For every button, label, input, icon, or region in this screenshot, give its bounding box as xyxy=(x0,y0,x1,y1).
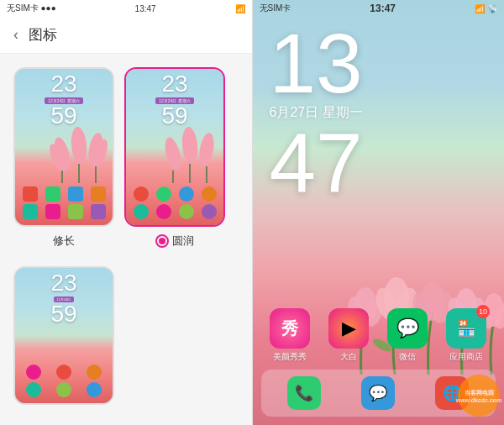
tulip-small-tall xyxy=(45,108,113,183)
app-row-2-round xyxy=(129,204,220,219)
wechat-icon[interactable]: 💬 xyxy=(387,308,428,349)
icon-option-tall[interactable]: 23 12月24日 星期六 59 xyxy=(13,67,114,256)
tulip-small-round xyxy=(156,108,223,183)
app-icon-round-4 xyxy=(202,186,217,202)
app-row-1-third xyxy=(18,365,109,380)
dock-app-video[interactable]: ▶ 大白 xyxy=(328,308,369,363)
app-icon-round-6 xyxy=(156,204,171,219)
app-icon-third-5 xyxy=(56,382,71,397)
app-icon-third-2 xyxy=(56,365,71,380)
app-row-2-tall xyxy=(18,204,109,219)
carrier-text-left: 无SIM卡 ●●● xyxy=(7,3,56,14)
phone-preview-tall[interactable]: 23 12月24日 星期六 59 xyxy=(13,67,114,227)
app-icon-third-1 xyxy=(26,365,41,380)
xiu-label: 美颜秀秀 xyxy=(273,351,307,363)
clock-minute: 47 xyxy=(253,125,505,201)
phone-preview-round[interactable]: 23 12月24日 星期六 59 xyxy=(124,67,225,227)
app-icon-round-1 xyxy=(134,186,149,202)
app-icon-third-3 xyxy=(87,365,102,380)
app-icon-tall-8 xyxy=(91,204,106,219)
store-symbol: 🏪 xyxy=(457,319,475,338)
main-clock: 13 xyxy=(253,17,505,101)
left-panel: 无SIM卡 ●●● 13:47 📶 ‹ 图标 23 12月24日 星期六 59 xyxy=(0,0,252,425)
app-icon-round-3 xyxy=(179,186,194,202)
icon-option-third[interactable]: 23 12月24日 59 xyxy=(13,266,114,412)
carrier-text-right: 无SIM卡 xyxy=(260,3,291,14)
icon-label-tall: 修长 xyxy=(53,233,75,249)
phone-apps-tall xyxy=(15,183,113,225)
phone-time-third: 23 xyxy=(50,271,76,295)
status-bar-left: 无SIM卡 ●●● 13:47 📶 xyxy=(0,0,252,17)
app-icon-third-6 xyxy=(87,382,102,397)
dock-apps-row: 秀 美颜秀秀 ▶ 大白 💬 微信 🏪 10 xyxy=(261,308,496,363)
phone-apps-third xyxy=(15,361,113,403)
dock-app-wechat[interactable]: 💬 微信 xyxy=(387,308,428,363)
app-icon-tall-7 xyxy=(68,204,83,219)
msg-symbol: 💬 xyxy=(369,384,387,402)
icon-option-round[interactable]: 23 12月24日 星期六 59 xyxy=(124,67,225,256)
wifi-icon-right: 📡 xyxy=(487,4,497,13)
time-right: 13:47 xyxy=(370,3,396,14)
app-icon-third-4 xyxy=(26,382,41,397)
page-title: 图标 xyxy=(29,25,57,45)
icon-label-round: 圆润 xyxy=(172,233,194,249)
signal-icon: 📶 xyxy=(475,4,485,13)
back-button[interactable]: ‹ xyxy=(13,26,18,44)
status-icons-right: 📶 📡 xyxy=(475,4,497,13)
store-icon[interactable]: 🏪 10 xyxy=(446,308,486,349)
app-row-2-third xyxy=(18,382,109,397)
app-icon-tall-6 xyxy=(45,204,60,219)
phone-apps-round xyxy=(126,183,223,225)
svg-point-1 xyxy=(70,126,88,164)
clock-hour: 13 xyxy=(270,25,488,101)
tray-message[interactable]: 💬 xyxy=(361,376,395,410)
watermark-text: 当客网电园www.dkcdc.com xyxy=(456,389,502,403)
phone-min-third: 59 xyxy=(50,302,76,326)
wechat-label: 微信 xyxy=(399,351,416,363)
app-icon-tall-2 xyxy=(45,186,60,202)
store-label: 应用商店 xyxy=(449,351,483,363)
app-icon-round-8 xyxy=(202,204,217,219)
carrier-left: 无SIM卡 ●●● xyxy=(7,3,56,14)
time-left: 13:47 xyxy=(135,4,156,13)
radio-circle-round xyxy=(155,234,169,248)
app-row-1-tall xyxy=(18,186,109,202)
phone-preview-third[interactable]: 23 12月24日 59 xyxy=(13,266,114,405)
xiu-icon[interactable]: 秀 xyxy=(270,308,310,349)
dock-app-store[interactable]: 🏪 10 应用商店 xyxy=(446,308,486,363)
app-icon-round-5 xyxy=(134,204,149,219)
svg-point-8 xyxy=(162,136,184,172)
tray-phone[interactable]: 📞 xyxy=(287,376,321,410)
video-icon[interactable]: ▶ xyxy=(328,308,369,349)
store-badge: 10 xyxy=(476,305,490,318)
video-label: 大白 xyxy=(340,351,357,363)
app-icon-tall-5 xyxy=(23,204,38,219)
watermark: 当客网电园www.dkcdc.com xyxy=(458,375,500,417)
battery-area-left: 📶 xyxy=(235,4,245,13)
svg-point-9 xyxy=(181,126,199,164)
status-bar-right: 无SIM卡 13:47 📶 📡 xyxy=(253,0,505,17)
app-row-1-round xyxy=(129,186,220,202)
app-icon-tall-4 xyxy=(91,186,106,202)
right-panel: 无SIM卡 13:47 📶 📡 13 6月27日 星期一 47 秀 美颜秀秀 ▶ xyxy=(253,0,505,425)
phone-symbol: 📞 xyxy=(295,384,313,402)
app-icon-tall-3 xyxy=(68,186,83,202)
app-icon-round-7 xyxy=(179,204,194,219)
video-symbol: ▶ xyxy=(342,317,356,339)
nav-bar: ‹ 图标 xyxy=(0,17,252,54)
wechat-symbol: 💬 xyxy=(396,317,419,339)
phone-time-round: 23 xyxy=(161,72,187,96)
phone-time-tall: 23 xyxy=(50,72,76,96)
icon-options-grid: 23 12月24日 星期六 59 xyxy=(0,54,252,425)
svg-point-10 xyxy=(197,132,217,167)
carrier-right: 无SIM卡 xyxy=(260,3,291,14)
app-icon-round-2 xyxy=(156,186,171,202)
app-icon-tall-1 xyxy=(23,186,38,202)
xiu-symbol: 秀 xyxy=(281,317,298,340)
phone-top-third: 23 12月24日 59 xyxy=(15,271,113,326)
dock-app-xiu[interactable]: 秀 美颜秀秀 xyxy=(270,308,310,363)
watermark-circle: 当客网电园www.dkcdc.com xyxy=(458,375,500,417)
wifi-icon: 📶 xyxy=(235,4,245,13)
radio-indicator-round: 圆润 xyxy=(155,233,194,249)
